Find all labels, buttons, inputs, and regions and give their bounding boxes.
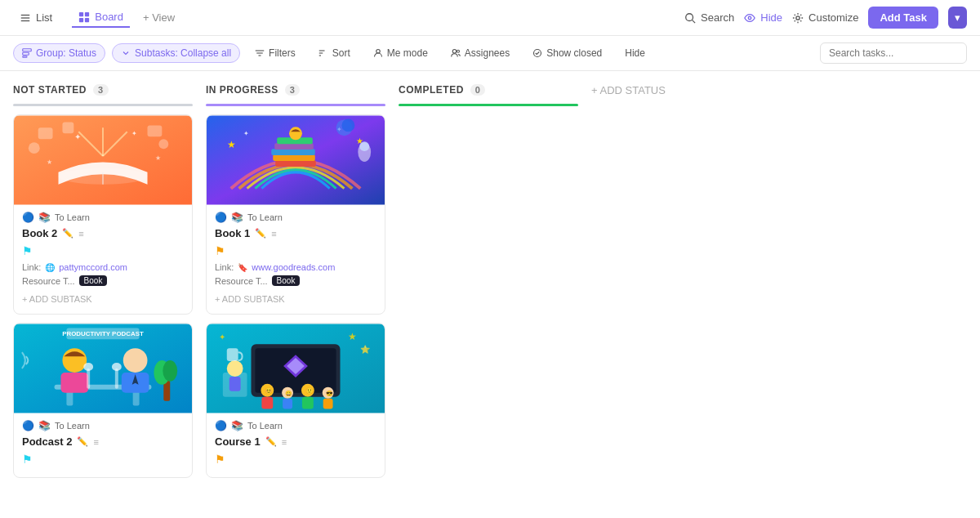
svg-point-61 <box>289 127 302 140</box>
column-not-started-header: NOT STARTED 3 <box>13 84 193 104</box>
hide-button[interactable]: Hide <box>744 11 782 24</box>
assignees-button[interactable]: Assignees <box>443 44 518 62</box>
add-task-button[interactable]: Add Task <box>868 7 938 29</box>
card-course1-flag: ⚑ <box>215 453 376 466</box>
svg-text:★: ★ <box>227 139 236 150</box>
hide-icon <box>744 12 755 24</box>
nav-board[interactable]: Board <box>72 7 130 28</box>
card-book2-add-subtask[interactable]: + ADD SUBTASK <box>22 291 184 307</box>
me-mode-icon <box>373 48 383 58</box>
board: NOT STARTED 3 <box>0 71 980 518</box>
svg-text:✦: ✦ <box>243 130 249 137</box>
svg-rect-57 <box>273 154 315 161</box>
not-started-bar <box>13 104 193 106</box>
column-in-progress-header: IN PROGRESS 3 <box>206 84 385 104</box>
add-status-header[interactable]: + ADD STATUS <box>591 84 771 105</box>
svg-rect-12 <box>23 52 29 55</box>
card-book2-image: ✦ ✦ ★ ★ <box>14 115 192 205</box>
card-course1-more[interactable]: ≡ <box>282 437 287 447</box>
svg-rect-4 <box>85 11 89 16</box>
nav-left: List Board + View <box>13 7 175 28</box>
card-book1-resource: Resource T... Book <box>215 275 376 286</box>
card-course1-image: 😊 😄 🙂 😎 ★ ⭐ ✦ <box>207 324 385 413</box>
card-book1-tags: 🔵 📚 To Learn <box>215 212 376 223</box>
svg-point-7 <box>686 13 693 20</box>
svg-rect-13 <box>23 56 27 58</box>
svg-rect-29 <box>38 127 53 139</box>
card-book2-body: 🔵 📚 To Learn Book 2 ✏️ ≡ ⚑ Link: 🌐 patty… <box>14 205 192 314</box>
svg-text:★: ★ <box>348 331 357 342</box>
svg-rect-89 <box>229 377 241 391</box>
hide-toolbar-button[interactable]: Hide <box>617 44 653 62</box>
toolbar: Group: Status Subtasks: Collapse all Fil… <box>0 36 980 71</box>
subtasks-chip[interactable]: Subtasks: Collapse all <box>112 43 240 63</box>
card-course1-tags: 🔵 📚 To Learn <box>215 420 376 431</box>
sort-icon <box>318 48 328 58</box>
svg-point-9 <box>749 16 752 20</box>
column-add-status: + ADD STATUS <box>591 84 771 507</box>
card-course1-edit[interactable]: ✏️ <box>265 436 277 447</box>
svg-point-49 <box>112 363 122 371</box>
svg-rect-59 <box>274 143 314 150</box>
card-book1-edit[interactable]: ✏️ <box>255 228 266 239</box>
nav-right: Search Hide Customize Add Task ▾ <box>684 7 967 29</box>
card-book1[interactable]: ★ ★ ✦ ✦ 🔵 📚 To Learn <box>206 114 385 315</box>
column-not-started: NOT STARTED 3 <box>13 84 193 507</box>
list-icon <box>20 12 31 24</box>
svg-rect-11 <box>23 49 32 51</box>
add-task-caret[interactable]: ▾ <box>948 7 967 29</box>
card-book1-image: ★ ★ ✦ ✦ <box>207 115 385 205</box>
card-book1-add-subtask[interactable]: + ADD SUBTASK <box>215 291 376 307</box>
assignees-icon <box>451 48 461 58</box>
nav-list[interactable]: List <box>13 8 59 27</box>
svg-text:✦: ✦ <box>74 132 81 141</box>
customize-button[interactable]: Customize <box>792 11 858 24</box>
svg-rect-48 <box>115 368 118 389</box>
me-mode-button[interactable]: Me mode <box>365 44 436 62</box>
svg-point-20 <box>376 50 381 54</box>
column-completed: COMPLETED 0 <box>399 84 578 507</box>
svg-text:★: ★ <box>155 154 161 162</box>
card-book1-title-row: Book 1 ✏️ ≡ <box>215 227 376 239</box>
svg-point-33 <box>158 139 168 149</box>
svg-rect-90 <box>227 348 238 361</box>
sort-button[interactable]: Sort <box>310 44 359 62</box>
group-status-chip[interactable]: Group: Status <box>13 43 105 63</box>
search-icon <box>684 12 696 24</box>
svg-text:😊: 😊 <box>265 386 273 395</box>
search-button[interactable]: Search <box>684 11 734 24</box>
svg-text:🙂: 🙂 <box>305 386 314 395</box>
svg-point-47 <box>83 363 93 371</box>
svg-rect-43 <box>60 373 88 393</box>
add-status-bar <box>591 105 771 107</box>
svg-rect-30 <box>62 122 74 133</box>
svg-text:★: ★ <box>47 159 52 166</box>
svg-point-22 <box>457 50 459 52</box>
svg-rect-82 <box>323 399 333 409</box>
card-book2-tags: 🔵 📚 To Learn <box>22 212 184 223</box>
card-book2-more[interactable]: ≡ <box>78 229 83 239</box>
svg-point-21 <box>452 50 457 54</box>
card-podcast2-tags: 🔵 📚 To Learn <box>22 420 184 431</box>
card-podcast2[interactable]: PRODUCTIVITY PODCAST 🔵 📚 To Learn Podcas… <box>13 323 193 478</box>
card-book2-edit[interactable]: ✏️ <box>62 228 74 239</box>
card-podcast2-more[interactable]: ≡ <box>93 437 98 447</box>
svg-text:😎: 😎 <box>326 390 333 397</box>
card-book2-title-row: Book 2 ✏️ ≡ <box>22 227 184 239</box>
svg-point-67 <box>341 118 354 132</box>
svg-rect-3 <box>79 11 83 16</box>
add-view-btn[interactable]: + View <box>143 11 175 24</box>
completed-bar <box>399 104 578 106</box>
show-closed-button[interactable]: Show closed <box>524 44 610 62</box>
card-course1-body: 🔵 📚 To Learn Course 1 ✏️ ≡ ⚑ <box>207 413 385 477</box>
card-podcast2-title-row: Podcast 2 ✏️ ≡ <box>22 435 184 448</box>
card-podcast2-edit[interactable]: ✏️ <box>77 436 88 447</box>
search-input[interactable] <box>820 42 967 64</box>
svg-rect-58 <box>271 149 315 155</box>
filters-button[interactable]: Filters <box>247 44 304 62</box>
svg-rect-78 <box>283 399 292 409</box>
card-book1-more[interactable]: ≡ <box>271 229 276 239</box>
card-book2[interactable]: ✦ ✦ ★ ★ 🔵 📚 To Learn Book 2 ✏️ ≡ <box>13 114 193 315</box>
card-course1[interactable]: 😊 😄 🙂 😎 ★ ⭐ ✦ <box>206 323 385 478</box>
group-icon <box>22 48 32 58</box>
